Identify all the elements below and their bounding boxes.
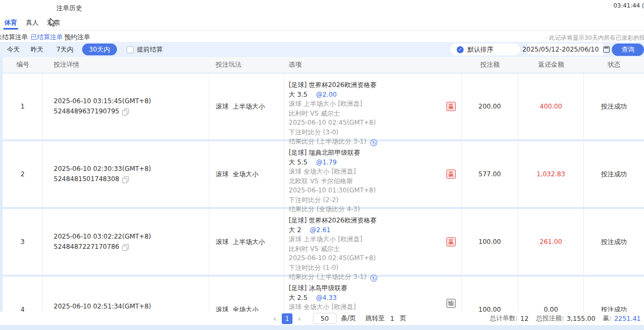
category-tabs: 体育 真人 彩票 [0, 16, 644, 31]
tab-live[interactable]: 真人 [26, 16, 39, 30]
table-row: 1 2025-06-10 03:15:45(GMT+8) 52484896371… [3, 74, 644, 139]
col-return: 返还金额 [518, 60, 584, 69]
mouse-cursor-icon [49, 18, 57, 29]
total-win-label: 赢: [603, 314, 611, 323]
win-badge: 赢 [447, 170, 456, 179]
calendar-icon [603, 46, 610, 53]
league-name: [足球] 冰岛甲级联赛 [289, 284, 461, 293]
market: 滚球 上半场大小 [欧洲盘] [289, 235, 461, 245]
pagination: ‹ 1 › 条/页 跳转至 1 页 [271, 312, 406, 325]
pick: 大 2 [289, 226, 301, 234]
return-amount: 261.00 [518, 209, 584, 275]
subtab-unsettled[interactable]: 未结算注单 [0, 33, 28, 42]
jump-page-value[interactable]: 1 [390, 315, 394, 322]
win-badge: 赢 [447, 102, 456, 111]
total-stake-label: 总投注额: [536, 314, 564, 323]
subtab-reserved[interactable]: 预约注单 [64, 33, 90, 42]
copy-icon[interactable] [122, 109, 128, 115]
bet-history-page: 注单历史 03:41:44 (GMT 体育 真人 彩票 未结算注单 已结算注单 … [0, 0, 644, 330]
bet-time: 2025-06-10 02:51:34(GMT+8) [54, 302, 209, 312]
summary-totals: 总计单数: 12 总投注额: 3,155.00 赢: 2251.41 [490, 312, 641, 325]
col-detail: 投注详情 [43, 60, 209, 69]
league-name: [足球] 瑞典北部甲级联赛 [289, 148, 461, 158]
bet-status: 投注成功 [584, 74, 644, 139]
win-badge: 赢 [447, 238, 456, 247]
teams: 北欧联 VS 卡尔伯格斯 [289, 177, 461, 186]
copy-icon[interactable] [122, 176, 128, 183]
market: 滚球 上半场大小 [欧洲盘] [289, 99, 461, 109]
subtab-settled[interactable]: 已结算注单 [31, 33, 63, 42]
match-time: 2025-06-10 02:45(GMT+8) [289, 118, 461, 128]
return-amount: 400.00 [518, 74, 584, 139]
row-number: 2 [3, 141, 43, 207]
records-notice: · 此记录将显示30天内所有已派彩的投注 [545, 34, 644, 42]
date-range-picker[interactable]: 2025/05/12-2025/06/10 [528, 44, 604, 55]
table-header: 编号 投注详情 投注玩法 选项 投注额 返还金额 状态 [3, 57, 644, 73]
table-footer: ‹ 1 › 条/页 跳转至 1 页 总计单数: 12 总投注额: 3,155.0… [0, 312, 644, 330]
filter-yesterday[interactable]: 昨天 [31, 45, 43, 54]
stake-amount: 577.00 [462, 141, 518, 207]
page-size-input[interactable] [313, 313, 336, 324]
market: 滚球 全场大小 [欧洲盘] [289, 303, 461, 312]
total-win-value: 2251.41 [614, 315, 641, 322]
teams: 比利时 VS 威尔士 [289, 245, 461, 254]
check-circle-icon: ✓ [457, 46, 464, 53]
copy-icon[interactable] [122, 244, 128, 250]
order-id: 5248487227170786 [54, 242, 119, 252]
col-stake: 投注额 [462, 60, 518, 69]
page-title: 注单历史 [56, 4, 82, 13]
row-number: 3 [3, 209, 43, 275]
stake-amount: 200.00 [462, 74, 518, 139]
search-button[interactable]: 查询 [612, 44, 644, 56]
teams: 比利时 VS 威尔士 [289, 109, 461, 119]
default-sort-button[interactable]: ✓ 默认排序 [450, 44, 520, 55]
odds: @4.33 [316, 294, 337, 302]
bet-score: 下注时比分 (1-0) [289, 263, 461, 273]
col-number: 编号 [3, 60, 43, 69]
bet-status: 投注成功 [584, 141, 644, 207]
pick: 大 5.5 [289, 159, 308, 166]
match-time: 2025-06-10 01:30(GMT+8) [289, 186, 461, 196]
bet-play: 滚球 全场大小 [209, 141, 284, 207]
odds: @1.79 [316, 159, 337, 166]
bet-time: 2025-06-10 03:02:22(GMT+8) [54, 232, 209, 242]
order-id: 5248481501748308 [54, 174, 119, 184]
per-page-label: 条/页 [341, 314, 356, 323]
filter-30days[interactable]: 30天内 [82, 44, 117, 55]
prev-page-button[interactable]: ‹ [271, 314, 279, 323]
bet-score: 下注时比分 (2-2) [289, 196, 461, 205]
col-option: 选项 [284, 60, 462, 69]
bet-play: 滚球 上半场大小 [209, 209, 284, 275]
sort-label: 默认排序 [467, 45, 493, 54]
current-page-button[interactable]: 1 [282, 313, 292, 324]
col-play: 投注玩法 [209, 60, 284, 69]
page-word-label: 页 [400, 314, 406, 323]
tab-sports[interactable]: 体育 [4, 16, 17, 30]
orders-table: 编号 投注详情 投注玩法 选项 投注额 返还金额 状态 1 2025-06-10… [0, 57, 644, 330]
table-row: 2 2025-06-10 02:30:33(GMT+8) 52484815017… [3, 141, 644, 207]
return-amount: 1,032.83 [518, 141, 584, 207]
early-settle-checkbox[interactable] [127, 46, 134, 53]
total-count-label: 总计单数: [490, 314, 518, 323]
total-stake-value: 3,155.00 [567, 315, 595, 322]
filter-today[interactable]: 今天 [7, 45, 20, 54]
odds: @2.61 [310, 226, 331, 234]
lose-badge: 输 [447, 299, 456, 308]
filter-bar: 今天 昨天 7天内 30天内 提前结算 ✓ 默认排序 2025/05/12-20… [0, 42, 644, 57]
date-range-value: 2025/05/12-2025/06/10 [522, 46, 599, 53]
order-id: 5248489637190795 [54, 106, 119, 117]
bet-score: 下注时比分 (3-0) [289, 128, 461, 138]
match-time: 2025-06-10 02:45(GMT+8) [289, 254, 461, 263]
pick: 大 3.5 [289, 91, 308, 98]
jump-to-label: 跳转至 [365, 314, 385, 323]
bet-time: 2025-06-10 03:15:45(GMT+8) [54, 96, 209, 106]
league-name: [足球] 世界杯2026欧洲资格赛 [289, 81, 461, 90]
odds: @2.00 [316, 91, 337, 98]
next-page-button[interactable]: › [296, 314, 303, 323]
col-status: 状态 [584, 60, 644, 69]
bet-time: 2025-06-10 02:30:33(GMT+8) [54, 164, 209, 174]
filter-7days[interactable]: 7天内 [56, 45, 74, 54]
table-row: 3 2025-06-10 03:02:22(GMT+8) 52484872271… [3, 209, 644, 275]
bet-play: 滚球 上半场大小 [209, 74, 284, 139]
league-name: [足球] 世界杯2026欧洲资格赛 [289, 216, 461, 226]
